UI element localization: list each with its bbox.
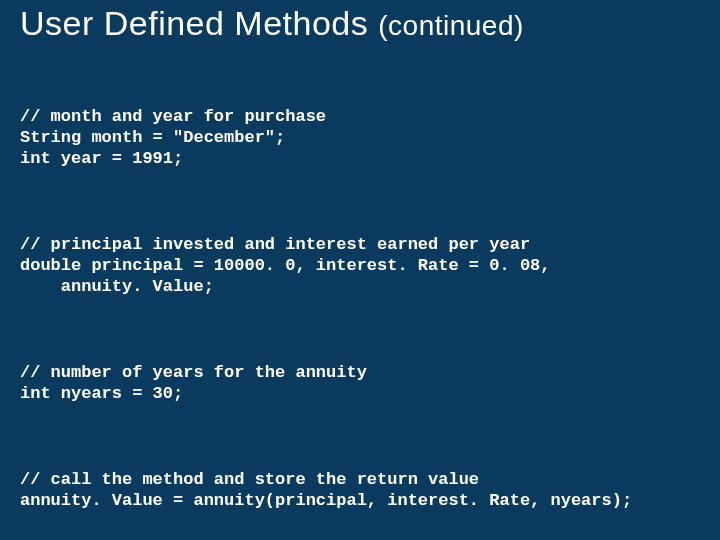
code-area: // month and year for purchase String mo…	[20, 63, 700, 540]
code-block-3: // number of years for the annuity int n…	[20, 362, 700, 405]
title-continued: (continued)	[378, 10, 524, 41]
slide-title: User Defined Methods (continued)	[20, 4, 700, 43]
slide: User Defined Methods (continued) // mont…	[0, 4, 720, 540]
code-block-4: // call the method and store the return …	[20, 469, 700, 512]
code-block-1: // month and year for purchase String mo…	[20, 106, 700, 170]
code-block-2: // principal invested and interest earne…	[20, 234, 700, 298]
title-main: User Defined Methods	[20, 4, 368, 42]
